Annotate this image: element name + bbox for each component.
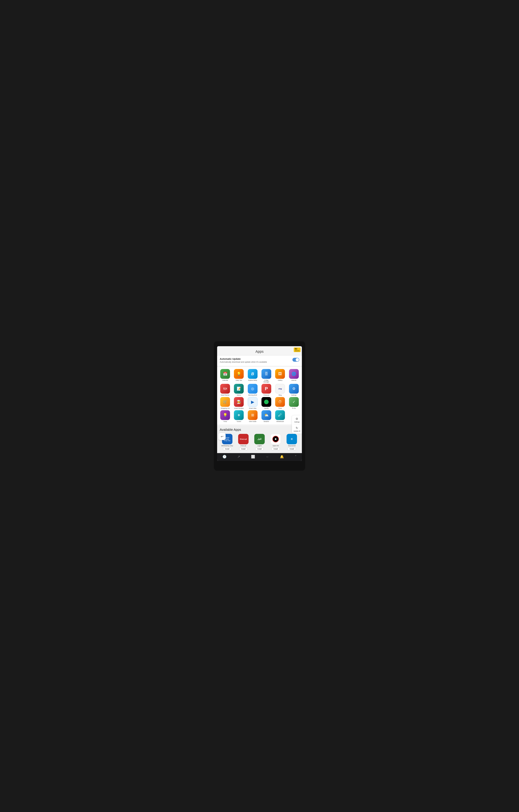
app-meal-planner[interactable]: 🍽 Meal Planner — [219, 384, 231, 396]
available-apps-title: Available Apps — [220, 428, 299, 432]
bottom-nav: 🕐 ↗ ⬜ ← 🔔 ˅ — [217, 453, 302, 461]
auto-update-title: Automatic Update — [220, 357, 267, 360]
app-internet[interactable]: 🌐 Internet — [288, 369, 300, 383]
app-spotify[interactable]: Spotify — [260, 397, 273, 409]
screen: EUREGION Apps Automatic Update Automatic… — [217, 346, 302, 461]
app-timer[interactable]: ⏱ Timer — [274, 397, 286, 409]
page-title: Apps — [217, 346, 302, 355]
update-all-side-button[interactable]: ↻ Update All — [294, 426, 300, 432]
app-trivia[interactable]: 💡 Trivia — [219, 410, 231, 423]
available-app-openfm: Open FM Install — [268, 434, 283, 451]
install-skyscanner-button[interactable]: Install — [288, 447, 296, 451]
app-calendar[interactable]: 📅 Calendar — [219, 369, 231, 383]
app-shopping-list[interactable]: 🛒 Shopping List — [219, 397, 231, 409]
nav-home[interactable]: ⬜ — [251, 455, 255, 459]
available-apps-section: Available Apps partnerDEMOShop only DEMO… — [217, 426, 302, 453]
app-ring[interactable]: ring Ring — [274, 384, 286, 396]
app-pinterest[interactable]: P Pinterest — [260, 384, 273, 396]
nav-more[interactable]: ˅ — [295, 455, 297, 459]
settings-side-label: Settings — [294, 421, 300, 423]
installed-apps-section: 📅 Calendar 💡 Daily Tips B Explore B — [217, 367, 302, 425]
app-daily-tips[interactable]: 💡 Daily Tips — [233, 369, 245, 383]
nav-clock[interactable]: 🕐 — [222, 455, 226, 459]
update-all-icon: ↻ — [296, 426, 298, 430]
app-tunein[interactable]: + TuneIn — [233, 410, 245, 423]
app-view-inside[interactable]: ⊞ View Inside — [246, 410, 259, 423]
back-button[interactable]: ↩ — [218, 433, 226, 440]
auto-update-toggle[interactable] — [293, 358, 299, 362]
apps-grid: 📅 Calendar 💡 Daily Tips B Explore B — [217, 367, 302, 425]
settings-side-button[interactable]: ⚙ Settings — [294, 417, 300, 423]
nav-back[interactable]: ← — [266, 455, 269, 459]
app-todo[interactable]: ✓ To Do — [288, 397, 300, 409]
device-frame: EUREGION Apps Automatic Update Automatic… — [214, 341, 305, 471]
install-demo-button[interactable]: Install — [223, 447, 231, 451]
install-lagimi-button[interactable]: Install — [255, 447, 264, 451]
available-app-lagimi: لكيل Lagimi Install — [252, 434, 267, 451]
auto-update-description: Automatically download and update when i… — [220, 361, 267, 363]
app-gallery[interactable]: 🖼 Gallery — [274, 369, 286, 383]
app-smart-recipes[interactable]: 👨‍🍳 Smart Recipes — [233, 397, 245, 409]
auto-update-section: Automatic Update Automatically download … — [217, 355, 302, 366]
app-whiteboard[interactable]: 🖊 Whiteboard — [274, 410, 286, 423]
app-explore-bixby[interactable]: B Explore Bixby — [246, 369, 259, 383]
available-app-skyscanner: ☀ Skyscanner Install — [284, 434, 299, 451]
app-memo[interactable]: 📝 Memo — [233, 384, 245, 396]
install-frisco-button[interactable]: Install — [239, 447, 248, 451]
eu-badge: EUREGION — [294, 348, 301, 352]
available-apps-grid: partnerDEMOShop only DEMO(shop only) Ins… — [220, 434, 299, 451]
app-morning-brief[interactable]: ◎ Morning Brief — [246, 384, 259, 396]
settings-side-icon: ⚙ — [296, 417, 298, 420]
app-fridge-manager[interactable]: 🗄 Fridge Manager — [260, 369, 273, 383]
back-icon: ↩ — [221, 435, 223, 438]
side-panel-right: ⚙ Settings ↻ Update All — [292, 415, 302, 434]
install-openfm-button[interactable]: Install — [271, 447, 280, 451]
app-smart-view[interactable]: ▶ Smart View — [246, 397, 259, 409]
nav-share[interactable]: ↗ — [237, 455, 240, 459]
update-all-label: Update All — [294, 430, 300, 432]
nav-bell[interactable]: 🔔 — [280, 455, 284, 459]
available-app-frisco: frisco.pl Frisco.pl Install — [236, 434, 251, 451]
app-settings[interactable]: ⚙ Settings — [288, 384, 300, 396]
app-weather[interactable]: ⛅ Weather — [260, 410, 273, 423]
